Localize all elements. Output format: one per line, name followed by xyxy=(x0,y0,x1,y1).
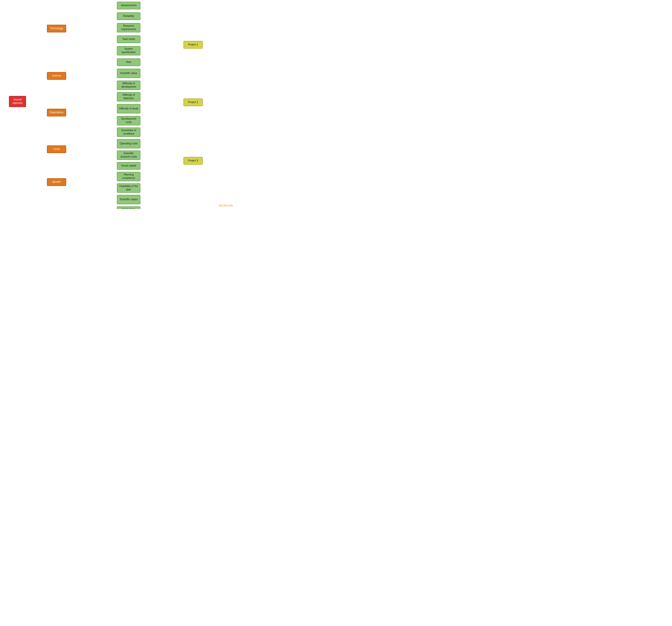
svg-line-35 xyxy=(140,16,185,209)
svg-line-84 xyxy=(140,45,185,166)
svg-line-72 xyxy=(140,45,185,132)
svg-line-38 xyxy=(140,28,185,161)
svg-line-74 xyxy=(140,132,185,161)
svg-line-66 xyxy=(140,109,185,161)
mid-expenditure: Expenditure xyxy=(47,109,66,117)
svg-line-43 xyxy=(140,39,185,209)
leaf-planning: Planning compliance xyxy=(117,172,140,181)
leaf-diff-dev: Difficulty of development xyxy=(117,81,140,90)
svg-line-99 xyxy=(140,200,185,209)
svg-line-75 xyxy=(140,132,185,209)
svg-line-44 xyxy=(140,45,185,51)
svg-line-11 xyxy=(66,73,118,76)
svg-line-19 xyxy=(66,112,118,166)
project-1: Project 1 xyxy=(184,41,203,49)
leaf-team-basis: Team basis xyxy=(117,35,140,43)
svg-line-63 xyxy=(140,97,185,209)
svg-line-22 xyxy=(66,182,118,200)
leaf-scientific-value: Scientific value xyxy=(117,69,140,78)
project-2: Project 2 xyxy=(184,99,203,106)
svg-line-15 xyxy=(66,112,118,121)
svg-line-18 xyxy=(66,112,118,155)
svg-line-113 xyxy=(140,102,185,209)
leaf-guarantee: Guarantee of conditions xyxy=(117,127,140,137)
svg-line-16 xyxy=(66,112,118,132)
svg-line-8 xyxy=(66,29,118,39)
svg-line-24 xyxy=(66,182,118,209)
svg-line-3 xyxy=(26,101,48,149)
svg-line-96 xyxy=(140,45,185,200)
svg-line-61 xyxy=(140,97,185,102)
svg-line-93 xyxy=(140,102,185,188)
svg-line-23 xyxy=(66,182,118,209)
svg-line-4 xyxy=(26,101,48,182)
leaf-risk: Risk xyxy=(117,58,140,66)
svg-line-28 xyxy=(140,5,185,45)
svg-line-116 xyxy=(140,45,185,209)
svg-line-104 xyxy=(140,45,185,209)
svg-line-40 xyxy=(140,39,185,45)
svg-line-69 xyxy=(140,102,185,121)
svg-line-94 xyxy=(140,161,185,188)
svg-line-117 xyxy=(140,102,185,209)
leaf-feasibility: Feasibility of the plan xyxy=(117,183,140,193)
svg-line-86 xyxy=(140,161,185,166)
watermark: 彩虹网址导航 xyxy=(219,204,233,207)
svg-line-58 xyxy=(140,85,185,161)
svg-line-118 xyxy=(140,161,185,209)
svg-line-45 xyxy=(140,51,185,102)
svg-line-6 xyxy=(66,16,118,29)
project-3: Project 3 xyxy=(184,157,203,165)
svg-line-109 xyxy=(140,102,185,209)
svg-line-7 xyxy=(66,28,118,29)
svg-line-114 xyxy=(140,161,185,209)
svg-line-71 xyxy=(140,121,185,209)
svg-line-68 xyxy=(140,45,185,121)
svg-line-51 xyxy=(140,62,185,209)
svg-line-9 xyxy=(66,29,118,51)
svg-line-110 xyxy=(140,161,185,209)
svg-line-70 xyxy=(140,121,185,161)
root-label: Overall objective xyxy=(11,98,24,105)
leaf-social-cap: Social capital xyxy=(117,162,140,170)
leaf-operating: Operating costs xyxy=(117,139,140,148)
svg-line-42 xyxy=(140,39,185,161)
svg-line-1 xyxy=(26,76,48,101)
mid-technology: Technology xyxy=(47,25,66,32)
diagram: Overall objective Technology Science Exp… xyxy=(0,0,235,209)
svg-line-36 xyxy=(140,28,185,45)
svg-line-55 xyxy=(140,73,185,209)
svg-line-85 xyxy=(140,102,185,166)
svg-line-48 xyxy=(140,45,185,62)
svg-line-76 xyxy=(140,45,185,144)
leaf-diff-detect: Difficulty of detection xyxy=(117,92,140,101)
leaf-sci-output: Scientific output xyxy=(117,195,140,204)
svg-line-12 xyxy=(66,76,118,85)
svg-line-41 xyxy=(140,39,185,102)
svg-line-87 xyxy=(140,166,185,209)
svg-line-25 xyxy=(66,182,118,209)
svg-line-29 xyxy=(140,5,185,102)
svg-line-91 xyxy=(140,177,185,209)
svg-line-101 xyxy=(140,102,185,209)
svg-line-57 xyxy=(140,85,185,102)
svg-line-0 xyxy=(26,29,48,101)
svg-line-27 xyxy=(66,182,118,209)
svg-line-92 xyxy=(140,45,185,188)
svg-line-89 xyxy=(140,102,185,177)
mid-technology-label: Technology xyxy=(50,27,63,30)
mid-expenditure-label: Expenditure xyxy=(50,111,63,114)
svg-line-88 xyxy=(140,45,185,177)
svg-line-37 xyxy=(140,28,185,102)
mid-benefit-label: Benefit xyxy=(52,180,61,184)
svg-line-102 xyxy=(140,161,185,209)
svg-line-34 xyxy=(140,16,185,161)
svg-line-81 xyxy=(140,102,185,155)
svg-line-14 xyxy=(66,76,118,109)
svg-line-98 xyxy=(140,161,185,200)
svg-line-79 xyxy=(140,144,185,209)
svg-line-52 xyxy=(140,45,185,73)
svg-line-49 xyxy=(140,62,185,102)
svg-line-105 xyxy=(140,102,185,209)
svg-line-73 xyxy=(140,102,185,132)
